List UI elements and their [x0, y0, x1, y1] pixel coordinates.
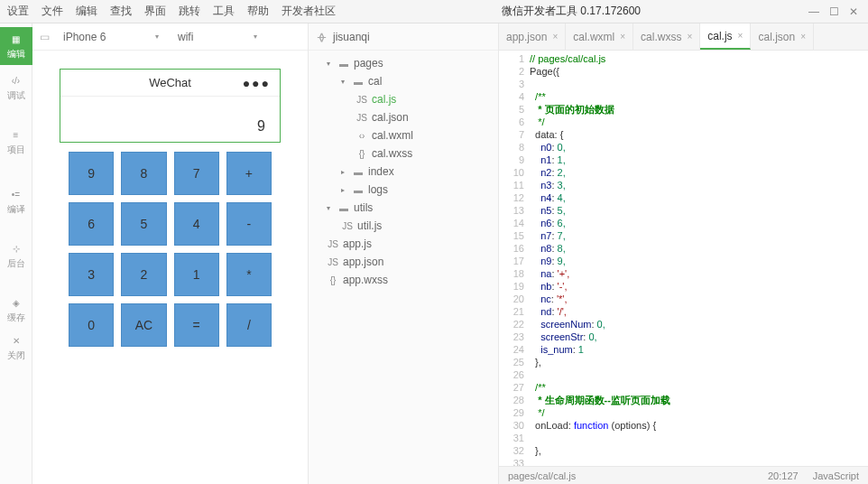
editor-pane: app.json×cal.wxml×cal.wxss×cal.js×cal.js… — [499, 23, 868, 484]
tree-item-pages[interactable]: ▾▬pages — [309, 54, 498, 72]
tab-label: app.json — [506, 31, 547, 43]
editor-tab-cal.wxml[interactable]: cal.wxml× — [566, 23, 633, 50]
menu-item[interactable]: 工具 — [213, 4, 235, 19]
window-controls: — ☐ ✕ — [807, 5, 861, 19]
menu-item[interactable]: 查找 — [110, 4, 132, 19]
close-icon[interactable]: × — [687, 32, 692, 42]
app-header: WeChat ●●● — [60, 70, 280, 97]
menu-item[interactable]: 开发者社区 — [282, 4, 336, 19]
editor-tabs: app.json×cal.wxml×cal.wxss×cal.js×cal.js… — [499, 23, 868, 51]
tree-label: cal.js — [372, 93, 396, 106]
chevron-down-icon: ▾ — [155, 33, 159, 41]
folder-icon: ▬ — [337, 203, 350, 213]
sidebar-btn-调试[interactable]: ‹/›调试 — [0, 69, 32, 107]
tree-item-cal.js[interactable]: JScal.js — [309, 90, 498, 108]
activity-bar: ▦编辑‹/›调试≡项目•=编译⊹后台◈缓存✕关闭 — [0, 23, 32, 484]
file-icon: JS — [327, 239, 339, 249]
project-name: jisuanqi — [333, 31, 370, 43]
calc-btn-4[interactable]: 4 — [174, 202, 219, 246]
calc-btn-/[interactable]: / — [226, 303, 272, 347]
calc-btn-AC[interactable]: AC — [121, 303, 166, 347]
minimize-button[interactable]: — — [807, 5, 821, 19]
file-tree-pane: ᚖ jisuanqi ▾▬pages▾▬calJScal.jsJScal.jso… — [308, 23, 499, 484]
tree-item-index[interactable]: ▸▬index — [309, 163, 498, 181]
menu-item[interactable]: 帮助 — [247, 4, 269, 19]
tree-arrow-icon: ▸ — [341, 186, 348, 194]
tree-label: cal.json — [372, 111, 409, 124]
editor-tab-cal.js[interactable]: cal.js× — [700, 23, 751, 50]
tree-item-app.json[interactable]: JSapp.json — [309, 253, 498, 271]
code-area[interactable]: // pages/cal/cal.jsPage({ /** * 页面的初始数据 … — [530, 51, 868, 466]
editor-body[interactable]: 1234567891011121314151617181920212223242… — [499, 51, 868, 466]
editor-tab-cal.wxss[interactable]: cal.wxss× — [633, 23, 700, 50]
menu-item[interactable]: 文件 — [42, 4, 63, 19]
calc-btn-=[interactable]: = — [174, 303, 219, 347]
status-language: JavaScript — [813, 470, 859, 481]
calc-btn-+[interactable]: + — [226, 152, 272, 195]
tree-item-cal.wxss[interactable]: {}cal.wxss — [309, 144, 498, 163]
sidebar-label: 后台 — [7, 257, 25, 270]
sidebar-label: 编译 — [7, 203, 25, 216]
calc-grid: 987+654-321*0AC=/ — [60, 143, 281, 356]
sidebar-btn-项目[interactable]: ≡项目 — [0, 123, 32, 161]
sidebar-label: 编辑 — [7, 48, 25, 60]
sidebar-icon: ◈ — [9, 295, 23, 310]
calc-btn-0[interactable]: 0 — [69, 303, 114, 347]
sidebar-label: 关闭 — [7, 349, 25, 362]
tree-item-app.js[interactable]: JSapp.js — [309, 235, 498, 253]
network-label: wifi — [178, 31, 193, 43]
calc-btn-9[interactable]: 9 — [69, 152, 114, 195]
close-icon[interactable]: × — [620, 32, 625, 42]
sidebar-btn-后台[interactable]: ⊹后台 — [0, 237, 32, 275]
sidebar-label: 项目 — [7, 144, 25, 156]
device-select[interactable]: iPhone 6 ▾ — [57, 28, 165, 46]
branch-icon: ᚖ — [318, 31, 326, 43]
menu-dots-icon[interactable]: ●●● — [243, 76, 271, 90]
calc-btn-3[interactable]: 3 — [69, 253, 114, 296]
sidebar-btn-关闭[interactable]: ✕关闭 — [0, 329, 32, 367]
calc-btn-2[interactable]: 2 — [121, 253, 166, 296]
tree-item-cal[interactable]: ▾▬cal — [309, 72, 498, 90]
menu-item[interactable]: 跳转 — [179, 4, 200, 19]
tree-item-cal.wxml[interactable]: ‹›cal.wxml — [309, 126, 498, 144]
sidebar-icon: •= — [9, 187, 23, 201]
sidebar-btn-缓存[interactable]: ◈缓存 — [0, 291, 32, 329]
calc-btn-1[interactable]: 1 — [174, 253, 219, 296]
calc-btn-5[interactable]: 5 — [121, 202, 166, 246]
tree-item-app.wxss[interactable]: {}app.wxss — [309, 271, 498, 289]
menu-item[interactable]: 编辑 — [76, 4, 97, 19]
calc-btn--[interactable]: - — [226, 202, 272, 246]
sidebar-icon: ✕ — [9, 333, 23, 348]
maximize-button[interactable]: ☐ — [826, 5, 841, 19]
status-position: 20:127 — [768, 470, 799, 481]
tree-label: app.js — [343, 237, 372, 250]
phone-icon: ▭ — [40, 31, 50, 43]
close-button[interactable]: ✕ — [846, 5, 861, 19]
window-title: 微信开发者工具 0.17.172600 — [336, 4, 807, 19]
close-icon[interactable]: × — [738, 31, 743, 41]
folder-icon: ▬ — [352, 185, 365, 195]
calc-btn-6[interactable]: 6 — [69, 202, 114, 246]
close-icon[interactable]: × — [552, 32, 558, 42]
sidebar-btn-•=[interactable]: •=编译 — [0, 182, 32, 220]
calc-btn-*[interactable]: * — [226, 253, 272, 296]
calc-btn-7[interactable]: 7 — [174, 152, 219, 195]
tree-item-util.js[interactable]: JSutil.js — [309, 217, 498, 235]
sidebar-label: 调试 — [7, 89, 25, 102]
calc-btn-8[interactable]: 8 — [121, 152, 166, 195]
tree-arrow-icon: ▸ — [341, 168, 348, 176]
tree-item-utils[interactable]: ▾▬utils — [309, 199, 498, 217]
sidebar-btn-编辑[interactable]: ▦编辑 — [0, 27, 32, 65]
menu-item[interactable]: 设置 — [7, 4, 29, 19]
tree-item-logs[interactable]: ▸▬logs — [309, 181, 498, 199]
menu-item[interactable]: 界面 — [144, 4, 166, 19]
folder-icon: ▬ — [352, 77, 365, 87]
close-icon[interactable]: × — [800, 32, 806, 42]
line-gutter: 1234567891011121314151617181920212223242… — [499, 51, 530, 466]
editor-tab-cal.json[interactable]: cal.json× — [751, 23, 814, 50]
file-icon: ‹› — [356, 131, 368, 141]
tree-header: ᚖ jisuanqi — [309, 23, 498, 51]
tree-item-cal.json[interactable]: JScal.json — [309, 108, 498, 126]
editor-tab-app.json[interactable]: app.json× — [499, 23, 566, 50]
network-select[interactable]: wifi ▾ — [172, 29, 263, 45]
